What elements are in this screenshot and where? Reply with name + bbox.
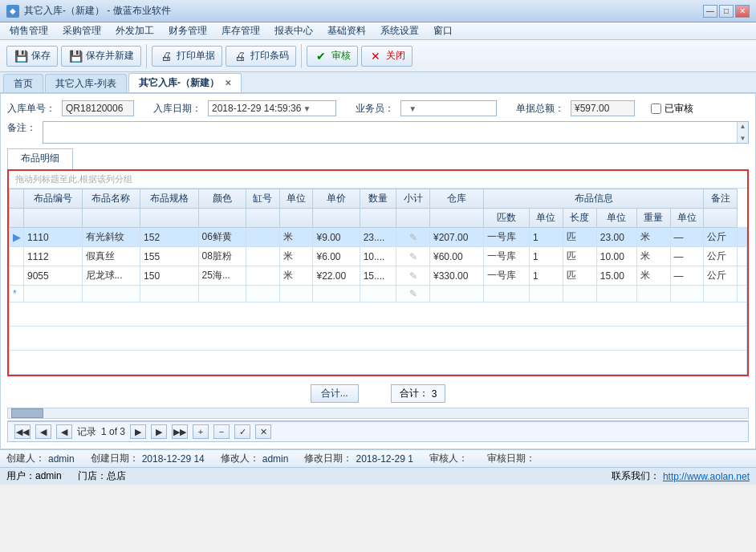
menu-window[interactable]: 窗口	[427, 22, 459, 39]
date-dropdown[interactable]: 2018-12-29 14:59:36 ▼	[208, 100, 336, 116]
order-no-input[interactable]	[62, 100, 134, 116]
sum-button[interactable]: 合计...	[311, 384, 359, 403]
cell-unit[interactable]: 米	[279, 266, 313, 286]
tab-new[interactable]: 其它入库-（新建） ✕	[128, 73, 242, 92]
cell-cylinder[interactable]	[246, 247, 279, 266]
h-scrollbar[interactable]	[7, 408, 749, 419]
save-new-button[interactable]: 💾 保存并新建	[61, 46, 141, 67]
menu-finance[interactable]: 财务管理	[162, 22, 213, 39]
cell-color[interactable]: 08脏粉	[198, 247, 246, 266]
th-length-unit[interactable]: 单位	[596, 209, 636, 228]
nav-next-page[interactable]: ▶	[151, 424, 167, 439]
new-name[interactable]	[82, 286, 140, 302]
staff-dropdown[interactable]: ▼	[400, 100, 497, 116]
table-row[interactable]: 9055 尼龙球... 150 25海... 米 ¥22.00 15.... ✎…	[10, 266, 747, 286]
print-slip-button[interactable]: 🖨 打印单据	[152, 46, 222, 67]
cell-name[interactable]: 假真丝	[82, 247, 140, 266]
nav-next[interactable]: ▶	[130, 424, 146, 439]
cell-qty[interactable]: 23....	[360, 228, 396, 247]
th-cylinder[interactable]: 缸号	[246, 189, 279, 209]
cell-color[interactable]: 06鲜黄	[198, 228, 246, 247]
cell-price[interactable]: ¥9.00	[313, 228, 360, 247]
cell-spec[interactable]: 150	[140, 266, 199, 286]
approved-checkbox[interactable]	[651, 104, 661, 114]
cell-bolt-unit[interactable]: 匹	[563, 247, 596, 266]
th-weight-unit[interactable]: 单位	[670, 209, 704, 228]
cell-name[interactable]: 尼龙球...	[82, 266, 140, 286]
cell-edit-2[interactable]: ✎	[396, 247, 430, 266]
cell-edit-3[interactable]: ✎	[396, 266, 430, 286]
new-bolts[interactable]	[529, 286, 563, 302]
menu-inventory[interactable]: 库存管理	[215, 22, 266, 39]
cell-subtotal[interactable]: ¥330.00	[430, 266, 484, 286]
cell-length-unit[interactable]: 米	[636, 266, 670, 286]
th-bolt-unit[interactable]: 单位	[529, 209, 563, 228]
cell-color[interactable]: 25海...	[198, 266, 246, 286]
cell-weight[interactable]: —	[670, 228, 704, 247]
cell-subtotal[interactable]: ¥207.00	[430, 228, 484, 247]
window-close-button[interactable]: ✕	[735, 5, 750, 18]
cell-bolts[interactable]: 1	[529, 266, 563, 286]
th-color[interactable]: 颜色	[198, 189, 246, 209]
cell-code[interactable]: 1110	[24, 228, 83, 247]
cell-weight[interactable]: —	[670, 266, 704, 286]
th-bolts[interactable]: 匹数	[483, 209, 529, 228]
cell-length-unit[interactable]: 米	[636, 228, 670, 247]
new-code[interactable]	[24, 286, 83, 302]
th-code[interactable]: 布品编号	[24, 189, 83, 209]
new-warehouse[interactable]	[483, 286, 529, 302]
menu-purchase[interactable]: 采购管理	[56, 22, 108, 39]
cell-remarks[interactable]	[738, 228, 747, 247]
cell-spec[interactable]: 152	[140, 228, 199, 247]
nav-first[interactable]: ◀◀	[14, 424, 30, 439]
nav-delete[interactable]: −	[213, 424, 230, 439]
cell-remarks[interactable]	[738, 266, 747, 286]
menu-sales[interactable]: 销售管理	[3, 22, 55, 39]
menu-reports[interactable]: 报表中心	[268, 22, 319, 39]
cell-code[interactable]: 9055	[24, 266, 83, 286]
table-row[interactable]: 1112 假真丝 155 08脏粉 米 ¥6.00 10.... ✎ ¥60.0…	[10, 247, 747, 266]
restore-button[interactable]: □	[719, 5, 734, 18]
nav-cancel[interactable]: ✕	[255, 424, 271, 439]
cell-unit[interactable]: 米	[279, 247, 313, 266]
tab-list[interactable]: 其它入库-列表	[45, 74, 127, 92]
panel-tab-label[interactable]: 布品明细	[8, 149, 72, 169]
new-spec[interactable]	[140, 286, 199, 302]
minimize-button[interactable]: —	[703, 5, 717, 18]
close-form-button[interactable]: ✕ 关闭	[361, 46, 413, 67]
contact-url[interactable]: http://www.aolan.net	[663, 471, 750, 482]
cell-price[interactable]: ¥22.00	[313, 266, 360, 286]
menu-outsource[interactable]: 外发加工	[109, 22, 161, 39]
cell-code[interactable]: 1112	[24, 247, 83, 266]
cell-warehouse[interactable]: 一号库	[483, 228, 529, 247]
cell-subtotal[interactable]: ¥60.00	[430, 247, 484, 266]
cell-cylinder[interactable]	[246, 266, 279, 286]
menu-settings[interactable]: 系统设置	[374, 22, 425, 39]
new-cylinder[interactable]	[246, 286, 279, 302]
new-color[interactable]	[198, 286, 246, 302]
nav-prev[interactable]: ◀	[56, 424, 72, 439]
cell-edit-1[interactable]: ✎	[396, 228, 430, 247]
new-unit[interactable]	[279, 286, 313, 302]
cell-bolts[interactable]: 1	[529, 228, 563, 247]
cell-weight-unit[interactable]: 公斤	[704, 228, 738, 247]
th-name[interactable]: 布品名称	[82, 189, 140, 209]
new-remarks[interactable]	[738, 286, 747, 302]
cell-bolts[interactable]: 1	[529, 247, 563, 266]
nav-last[interactable]: ▶▶	[172, 424, 188, 439]
cell-name[interactable]: 有光斜纹	[82, 228, 140, 247]
nav-prev-page[interactable]: ◀	[35, 424, 51, 439]
new-length[interactable]	[596, 286, 636, 302]
total-input[interactable]	[571, 100, 635, 116]
cell-weight[interactable]: —	[670, 247, 704, 266]
cell-length[interactable]: 10.00	[596, 247, 636, 266]
remarks-scroll-up[interactable]: ▲	[740, 123, 746, 130]
table-row[interactable]: ▶ 1110 有光斜纹 152 06鲜黄 米 ¥9.00 23.... ✎ ¥2…	[10, 228, 747, 247]
cell-warehouse[interactable]: 一号库	[483, 247, 529, 266]
th-remarks[interactable]: 备注	[704, 189, 738, 209]
th-price[interactable]: 单价	[313, 189, 360, 209]
nav-add[interactable]: +	[193, 424, 209, 439]
cell-cylinder[interactable]	[246, 228, 279, 247]
cell-length[interactable]: 15.00	[596, 266, 636, 286]
cell-qty[interactable]: 15....	[360, 266, 396, 286]
